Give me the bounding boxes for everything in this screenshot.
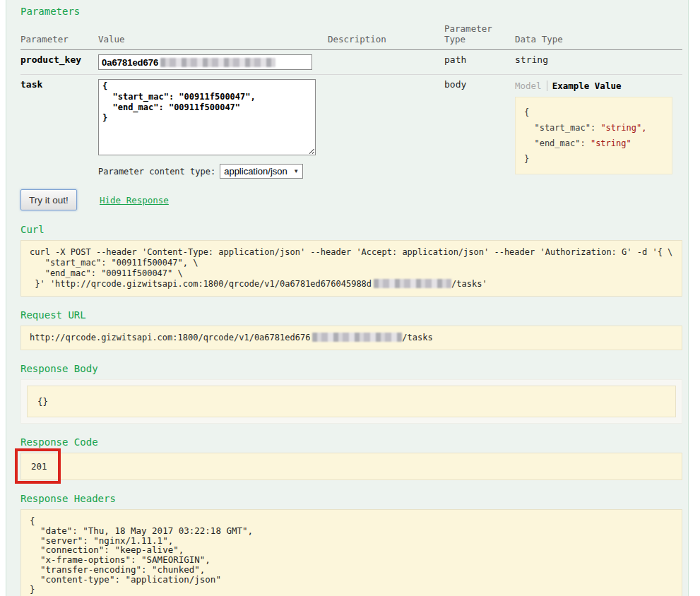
param-description-product-key [328, 50, 444, 75]
request-url-prefix: http://qrcode.gizwitsapi.com:1800/qrcode… [30, 333, 310, 342]
curl-line-2: "start_mac": "00911f500047", \ [30, 258, 673, 268]
content-type-selected-value: application/json [224, 166, 287, 177]
table-row-task: task { "start_mac": "00911f500047", "end… [20, 75, 682, 184]
redacted-blur-block [160, 58, 275, 67]
example-value-snippet[interactable]: { "start_mac": "string", "end_mac": "str… [515, 97, 672, 174]
content-type-select[interactable]: application/json ▼ [220, 164, 303, 179]
column-header-data-type: Data Type [515, 22, 682, 50]
actions-row: Try it out! Hide Response [20, 189, 688, 211]
response-headers-content: { "date": "Thu, 18 May 2017 03:22:18 GMT… [20, 509, 682, 596]
parameters-table-header-row: Parameter Value Description Parameter Ty… [20, 22, 682, 50]
request-url-box: http://qrcode.gizwitsapi.com:1800/qrcode… [20, 326, 682, 350]
curl-line-4: }' 'http://qrcode.gizwitsapi.com:1800/qr… [30, 279, 673, 290]
chevron-down-icon: ▼ [293, 168, 299, 174]
response-code-wrapper: 201 [20, 453, 682, 480]
column-header-parameter-type: Parameter Type [444, 22, 515, 50]
tab-example-value[interactable]: Example Value [547, 81, 622, 91]
param-description-task [328, 75, 444, 184]
redacted-blur-block [374, 279, 451, 288]
schema-tabs: ModelExample Value [515, 81, 678, 91]
param-name-product-key: product_key [20, 54, 81, 65]
redacted-blur-block [312, 333, 402, 342]
product-key-input-value: 0a6781ed676 [102, 57, 158, 68]
response-code-section-title: Response Code [20, 436, 674, 448]
curl-url-suffix: /tasks' [451, 279, 487, 289]
curl-command-box: curl -X POST --header 'Content-Type: app… [20, 240, 682, 297]
hide-response-link[interactable]: Hide Response [100, 195, 169, 205]
column-header-description: Description [328, 22, 444, 50]
curl-line-1: curl -X POST --header 'Content-Type: app… [30, 247, 673, 258]
task-body-textarea[interactable]: { "start_mac": "00911f500047", "end_mac"… [98, 79, 316, 155]
curl-line-3: "end_mac": "00911f500047" \ [30, 268, 673, 279]
parameters-table: Parameter Value Description Parameter Ty… [20, 22, 682, 183]
param-name-task: task [20, 79, 42, 90]
example-key-start-mac: "start_mac": [524, 123, 600, 133]
response-code-value: 201 [20, 453, 682, 480]
param-type-task: body [444, 75, 515, 184]
product-key-input[interactable]: 0a6781ed676 [98, 54, 312, 70]
column-header-value: Value [98, 22, 328, 50]
example-value-end-mac: "string" [591, 138, 631, 148]
example-close-brace: } [524, 154, 529, 164]
operation-content-panel: Parameters Parameter Value Description P… [6, 0, 689, 596]
table-row-product-key: product_key 0a6781ed676 path string [20, 50, 682, 75]
request-url-section-title: Request URL [20, 309, 674, 321]
response-body-content: {} [27, 386, 676, 417]
curl-url-prefix: }' 'http://qrcode.gizwitsapi.com:1800/qr… [30, 279, 372, 289]
tab-model[interactable]: Model [515, 81, 547, 91]
parameters-section-title: Parameters [20, 6, 674, 17]
response-body-wrapper: {} [20, 379, 682, 424]
column-header-parameter: Parameter [20, 22, 98, 50]
content-type-label: Parameter content type: [98, 167, 215, 177]
example-value-start-mac: "string", [600, 123, 646, 133]
request-url-suffix: /tasks [402, 333, 432, 342]
try-it-out-button[interactable]: Try it out! [20, 189, 77, 210]
curl-section-title: Curl [20, 224, 674, 235]
example-open-brace: { [524, 107, 529, 117]
data-type-product-key: string [515, 50, 682, 75]
param-type-product-key: path [444, 50, 515, 75]
response-body-section-title: Response Body [20, 363, 674, 374]
example-key-end-mac: "end_mac": [524, 138, 591, 148]
response-headers-section-title: Response Headers [20, 493, 674, 504]
